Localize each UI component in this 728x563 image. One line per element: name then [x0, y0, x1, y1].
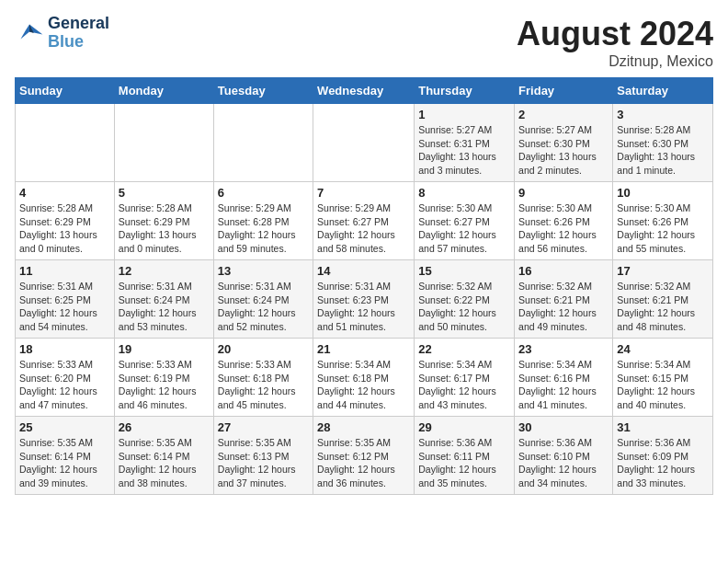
day-number: 9 — [518, 186, 609, 200]
day-info: Sunrise: 5:33 AM Sunset: 6:19 PM Dayligh… — [119, 358, 210, 412]
calendar-cell: 23Sunrise: 5:34 AM Sunset: 6:16 PM Dayli… — [515, 339, 613, 417]
day-info: Sunrise: 5:34 AM Sunset: 6:15 PM Dayligh… — [617, 358, 709, 412]
calendar-cell: 16Sunrise: 5:32 AM Sunset: 6:21 PM Dayli… — [515, 260, 613, 339]
day-info: Sunrise: 5:32 AM Sunset: 6:21 PM Dayligh… — [518, 280, 609, 334]
day-info: Sunrise: 5:28 AM Sunset: 6:29 PM Dayligh… — [119, 201, 210, 256]
weekday-header-thursday: Thursday — [415, 78, 515, 104]
calendar-cell: 7Sunrise: 5:29 AM Sunset: 6:27 PM Daylig… — [313, 182, 415, 260]
day-info: Sunrise: 5:36 AM Sunset: 6:11 PM Dayligh… — [418, 436, 510, 490]
day-number: 2 — [518, 108, 609, 121]
day-number: 22 — [418, 342, 510, 356]
day-number: 5 — [119, 186, 210, 200]
day-info: Sunrise: 5:30 AM Sunset: 6:26 PM Dayligh… — [617, 201, 709, 256]
calendar-cell: 29Sunrise: 5:36 AM Sunset: 6:11 PM Dayli… — [415, 417, 515, 495]
day-number: 30 — [518, 420, 609, 434]
day-info: Sunrise: 5:28 AM Sunset: 6:30 PM Dayligh… — [617, 123, 709, 178]
calendar-cell: 15Sunrise: 5:32 AM Sunset: 6:22 PM Dayli… — [415, 260, 515, 339]
weekday-header-sunday: Sunday — [16, 78, 115, 104]
calendar-cell: 9Sunrise: 5:30 AM Sunset: 6:26 PM Daylig… — [515, 182, 613, 260]
day-info: Sunrise: 5:31 AM Sunset: 6:24 PM Dayligh… — [218, 280, 309, 334]
day-info: Sunrise: 5:30 AM Sunset: 6:26 PM Dayligh… — [518, 201, 609, 256]
day-info: Sunrise: 5:28 AM Sunset: 6:29 PM Dayligh… — [19, 201, 110, 256]
calendar-cell: 1Sunrise: 5:27 AM Sunset: 6:31 PM Daylig… — [415, 104, 515, 182]
day-info: Sunrise: 5:35 AM Sunset: 6:14 PM Dayligh… — [119, 436, 210, 490]
day-number: 15 — [418, 264, 510, 278]
calendar-cell: 21Sunrise: 5:34 AM Sunset: 6:18 PM Dayli… — [313, 339, 415, 417]
day-info: Sunrise: 5:36 AM Sunset: 6:10 PM Dayligh… — [518, 436, 609, 490]
day-info: Sunrise: 5:34 AM Sunset: 6:18 PM Dayligh… — [317, 358, 410, 412]
calendar-cell: 11Sunrise: 5:31 AM Sunset: 6:25 PM Dayli… — [16, 260, 115, 339]
day-info: Sunrise: 5:35 AM Sunset: 6:14 PM Dayligh… — [19, 436, 110, 490]
calendar-week-row: 25Sunrise: 5:35 AM Sunset: 6:14 PM Dayli… — [16, 417, 713, 495]
calendar-cell: 8Sunrise: 5:30 AM Sunset: 6:27 PM Daylig… — [415, 182, 515, 260]
day-info: Sunrise: 5:33 AM Sunset: 6:20 PM Dayligh… — [19, 358, 110, 412]
calendar-week-row: 11Sunrise: 5:31 AM Sunset: 6:25 PM Dayli… — [16, 260, 713, 339]
day-number: 17 — [617, 264, 709, 278]
logo: General Blue — [15, 15, 109, 52]
day-info: Sunrise: 5:35 AM Sunset: 6:12 PM Dayligh… — [317, 436, 410, 490]
day-number: 19 — [119, 342, 210, 356]
day-number: 14 — [317, 264, 410, 278]
day-number: 20 — [218, 342, 309, 356]
logo-icon — [15, 18, 44, 48]
day-info: Sunrise: 5:34 AM Sunset: 6:17 PM Dayligh… — [418, 358, 510, 412]
weekday-header-tuesday: Tuesday — [213, 78, 313, 104]
calendar-table: SundayMondayTuesdayWednesdayThursdayFrid… — [15, 77, 713, 495]
calendar-cell: 17Sunrise: 5:32 AM Sunset: 6:21 PM Dayli… — [613, 260, 713, 339]
calendar-cell: 30Sunrise: 5:36 AM Sunset: 6:10 PM Dayli… — [515, 417, 613, 495]
day-number: 16 — [518, 264, 609, 278]
day-number: 10 — [617, 186, 709, 200]
calendar-cell: 27Sunrise: 5:35 AM Sunset: 6:13 PM Dayli… — [213, 417, 313, 495]
day-info: Sunrise: 5:31 AM Sunset: 6:23 PM Dayligh… — [317, 280, 410, 334]
day-number: 21 — [317, 342, 410, 356]
day-number: 31 — [617, 420, 709, 434]
day-number: 6 — [218, 186, 309, 200]
day-info: Sunrise: 5:29 AM Sunset: 6:28 PM Dayligh… — [218, 201, 309, 256]
day-number: 8 — [418, 186, 510, 200]
weekday-header-row: SundayMondayTuesdayWednesdayThursdayFrid… — [16, 78, 713, 104]
day-number: 27 — [218, 420, 309, 434]
page-header: General Blue August 2024 Dzitnup, Mexico — [15, 15, 713, 70]
logo-text-general: General — [48, 15, 109, 33]
day-number: 25 — [19, 420, 110, 434]
day-info: Sunrise: 5:30 AM Sunset: 6:27 PM Dayligh… — [418, 201, 510, 256]
calendar-week-row: 1Sunrise: 5:27 AM Sunset: 6:31 PM Daylig… — [16, 104, 713, 182]
day-number: 26 — [119, 420, 210, 434]
calendar-cell: 22Sunrise: 5:34 AM Sunset: 6:17 PM Dayli… — [415, 339, 515, 417]
calendar-cell: 4Sunrise: 5:28 AM Sunset: 6:29 PM Daylig… — [16, 182, 115, 260]
month-title: August 2024 — [517, 15, 713, 53]
day-info: Sunrise: 5:35 AM Sunset: 6:13 PM Dayligh… — [218, 436, 309, 490]
calendar-cell: 6Sunrise: 5:29 AM Sunset: 6:28 PM Daylig… — [213, 182, 313, 260]
day-info: Sunrise: 5:36 AM Sunset: 6:09 PM Dayligh… — [617, 436, 709, 490]
day-number: 4 — [19, 186, 110, 200]
day-number: 18 — [19, 342, 110, 356]
calendar-cell: 2Sunrise: 5:27 AM Sunset: 6:30 PM Daylig… — [515, 104, 613, 182]
day-info: Sunrise: 5:29 AM Sunset: 6:27 PM Dayligh… — [317, 201, 410, 256]
calendar-cell — [16, 104, 115, 182]
day-info: Sunrise: 5:27 AM Sunset: 6:31 PM Dayligh… — [418, 123, 510, 178]
day-number: 12 — [119, 264, 210, 278]
weekday-header-monday: Monday — [114, 78, 213, 104]
calendar-cell: 19Sunrise: 5:33 AM Sunset: 6:19 PM Dayli… — [114, 339, 213, 417]
calendar-cell — [313, 104, 415, 182]
location: Dzitnup, Mexico — [517, 53, 713, 70]
calendar-cell: 13Sunrise: 5:31 AM Sunset: 6:24 PM Dayli… — [213, 260, 313, 339]
calendar-cell — [114, 104, 213, 182]
calendar-cell — [213, 104, 313, 182]
day-number: 28 — [317, 420, 410, 434]
day-number: 1 — [418, 108, 510, 121]
day-info: Sunrise: 5:27 AM Sunset: 6:30 PM Dayligh… — [518, 123, 609, 178]
calendar-cell: 20Sunrise: 5:33 AM Sunset: 6:18 PM Dayli… — [213, 339, 313, 417]
calendar-cell: 10Sunrise: 5:30 AM Sunset: 6:26 PM Dayli… — [613, 182, 713, 260]
day-number: 29 — [418, 420, 510, 434]
day-info: Sunrise: 5:31 AM Sunset: 6:24 PM Dayligh… — [119, 280, 210, 334]
weekday-header-wednesday: Wednesday — [313, 78, 415, 104]
calendar-cell: 14Sunrise: 5:31 AM Sunset: 6:23 PM Dayli… — [313, 260, 415, 339]
calendar-week-row: 18Sunrise: 5:33 AM Sunset: 6:20 PM Dayli… — [16, 339, 713, 417]
calendar-cell: 28Sunrise: 5:35 AM Sunset: 6:12 PM Dayli… — [313, 417, 415, 495]
calendar-cell: 12Sunrise: 5:31 AM Sunset: 6:24 PM Dayli… — [114, 260, 213, 339]
day-number: 13 — [218, 264, 309, 278]
calendar-cell: 31Sunrise: 5:36 AM Sunset: 6:09 PM Dayli… — [613, 417, 713, 495]
day-info: Sunrise: 5:32 AM Sunset: 6:21 PM Dayligh… — [617, 280, 709, 334]
day-info: Sunrise: 5:34 AM Sunset: 6:16 PM Dayligh… — [518, 358, 609, 412]
